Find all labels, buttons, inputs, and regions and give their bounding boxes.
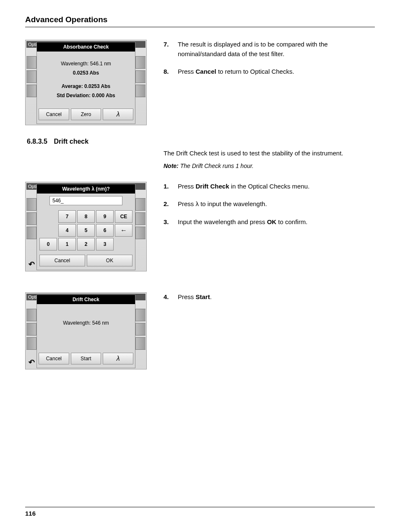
key-2[interactable]: 2 [77, 238, 95, 251]
side-tab[interactable] [135, 309, 145, 321]
left-tabs [26, 190, 36, 270]
wavelength-reading: Wavelength: 546.1 nm [40, 61, 132, 67]
side-tab[interactable] [26, 56, 36, 69]
device-absorbance-check: Optical Checks Absorbance Check Waveleng… [25, 40, 147, 125]
side-tab[interactable] [26, 70, 36, 83]
key-0[interactable]: 0 [39, 238, 57, 251]
key-8[interactable]: 8 [77, 210, 95, 223]
step-num: 2. [164, 199, 172, 209]
instruction-list-top: 7. The result is displayed and is to be … [164, 40, 375, 77]
backspace-icon [120, 227, 127, 234]
step-num: 4. [164, 292, 172, 302]
step-num: 3. [164, 217, 172, 227]
step-text: Press λ to input the wavelength. [178, 199, 267, 209]
section-number: 6.8.3.5 [27, 138, 52, 145]
key-ce[interactable]: CE [115, 210, 132, 223]
page-footer: 116 [25, 507, 375, 517]
side-tab[interactable] [26, 323, 36, 336]
step-text: Input the wavelength and press OK to con… [178, 217, 307, 227]
step-7: 7. The result is displayed and is to be … [164, 40, 375, 59]
key-9[interactable]: 9 [96, 210, 114, 223]
step-text: The result is displayed and is to be com… [178, 40, 375, 59]
cancel-button[interactable]: Cancel [39, 353, 69, 364]
device-drift-check: Optical Checks Drift Check Wavelength: 5… [25, 292, 147, 369]
back-icon[interactable] [26, 357, 36, 367]
side-tab[interactable] [26, 85, 36, 97]
right-tabs [135, 300, 145, 368]
ok-button[interactable]: OK [87, 255, 132, 266]
key-1[interactable]: 1 [58, 238, 76, 251]
numeric-keypad: 7 8 9 CE 4 5 6 0 1 2 3 [37, 208, 135, 253]
wavelength-input[interactable]: 546_ [49, 196, 122, 205]
step-4: 4. Press Start. [164, 292, 375, 302]
step-text: Press Start. [178, 292, 212, 302]
step-text: Press Drift Check in the Optical Checks … [178, 182, 309, 191]
step-3: 3. Input the wavelength and press OK to … [164, 217, 375, 227]
side-tab[interactable] [135, 56, 145, 69]
drift-note: Note: The Drift Check runs 1 hour. [164, 163, 375, 169]
side-tab[interactable] [26, 198, 36, 211]
step-num: 7. [164, 40, 172, 59]
stddev-reading: Std Deviation: 0.000 Abs [40, 93, 132, 98]
page-number: 116 [25, 510, 36, 517]
key-7[interactable]: 7 [58, 210, 76, 223]
page-header: Advanced Operations [25, 15, 375, 27]
side-tab[interactable] [26, 212, 36, 225]
left-tabs [26, 48, 36, 124]
right-tabs [135, 48, 145, 124]
side-tab[interactable] [135, 198, 145, 211]
step-2: 2. Press λ to input the wavelength. [164, 199, 375, 209]
step-num: 8. [164, 67, 172, 77]
drift-description: The Drift Check test is used to test the… [164, 149, 375, 158]
panel-title: Wavelength λ (nm)? [37, 184, 135, 194]
undo-icon [29, 260, 35, 269]
side-tab[interactable] [26, 309, 36, 321]
side-tab[interactable] [135, 212, 145, 225]
section-heading: 6.8.3.5 Drift check [27, 138, 375, 145]
key-3[interactable]: 3 [96, 238, 114, 251]
side-tab[interactable] [26, 227, 36, 239]
lambda-button[interactable]: λ [103, 353, 133, 364]
side-tab[interactable] [26, 337, 36, 350]
side-tab[interactable] [135, 337, 145, 350]
key-4[interactable]: 4 [58, 224, 76, 237]
key-backspace[interactable] [115, 224, 132, 237]
instruction-list-bot: 4. Press Start. [164, 292, 375, 302]
key-5[interactable]: 5 [77, 224, 95, 237]
undo-icon [29, 358, 35, 367]
step-num: 1. [164, 182, 172, 191]
wavelength-reading: Wavelength: 546 nm [40, 320, 132, 326]
zero-button[interactable]: Zero [71, 108, 101, 120]
side-tab[interactable] [135, 70, 145, 83]
back-icon[interactable] [26, 259, 36, 269]
instruction-list-mid: 1. Press Drift Check in the Optical Chec… [164, 182, 375, 227]
device-wavelength-keypad: Optical Checks Wavelength λ (nm)? 546_ 7… [25, 182, 147, 271]
key-6[interactable]: 6 [96, 224, 114, 237]
side-tab[interactable] [135, 323, 145, 336]
panel-title: Absorbance Check [37, 42, 135, 52]
right-tabs [135, 190, 145, 270]
average-reading: Average: 0.0253 Abs [40, 83, 132, 89]
abs-reading: 0.0253 Abs [40, 70, 132, 76]
step-8: 8. Press Cancel to return to Optical Che… [164, 67, 375, 77]
step-1: 1. Press Drift Check in the Optical Chec… [164, 182, 375, 191]
start-button[interactable]: Start [71, 353, 101, 364]
step-text: Press Cancel to return to Optical Checks… [178, 67, 294, 77]
lambda-button[interactable]: λ [103, 108, 133, 120]
cancel-button[interactable]: Cancel [39, 108, 69, 120]
panel-title: Drift Check [37, 295, 135, 304]
cancel-button[interactable]: Cancel [39, 255, 85, 266]
side-tab[interactable] [135, 227, 145, 239]
section-title: Drift check [54, 138, 88, 145]
side-tab[interactable] [135, 85, 145, 97]
